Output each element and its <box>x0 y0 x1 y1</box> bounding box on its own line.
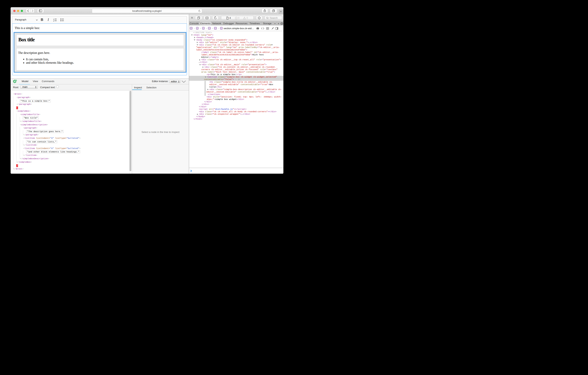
svg-text:1: 1 <box>53 18 54 20</box>
svg-text:5: 5 <box>16 80 16 81</box>
svg-text:2: 2 <box>53 20 54 22</box>
